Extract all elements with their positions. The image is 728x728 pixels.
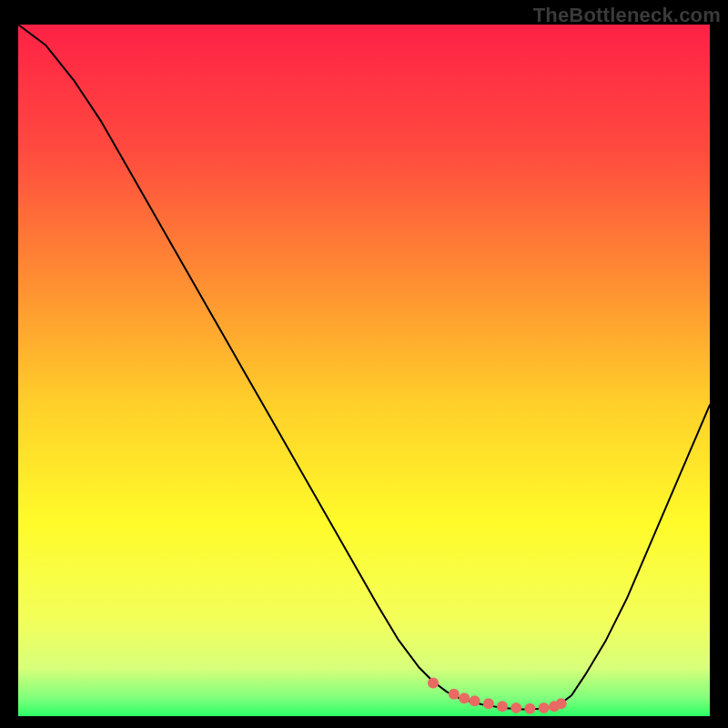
svg-point-4 <box>470 695 480 706</box>
plot-area <box>18 25 710 716</box>
svg-point-2 <box>449 689 460 700</box>
svg-point-6 <box>497 701 508 712</box>
svg-point-7 <box>511 703 521 713</box>
svg-point-8 <box>524 703 535 714</box>
svg-point-1 <box>428 678 439 689</box>
chart-svg <box>18 25 710 716</box>
svg-point-11 <box>556 698 567 709</box>
chart-frame: TheBottleneck.com <box>0 0 728 728</box>
svg-point-5 <box>483 698 494 709</box>
svg-point-3 <box>459 693 470 703</box>
svg-rect-0 <box>18 25 710 716</box>
svg-point-9 <box>539 703 550 713</box>
